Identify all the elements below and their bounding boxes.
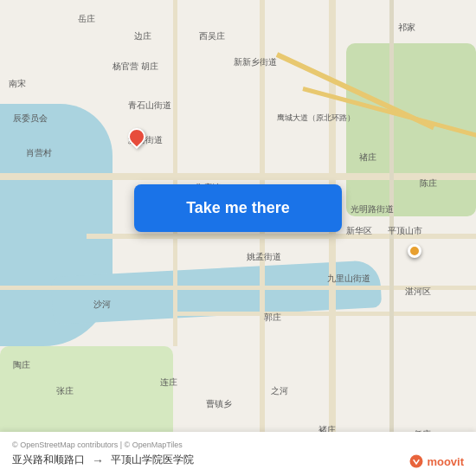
label-shahe: 沙河 (93, 299, 111, 311)
route-destination: 平顶山学院医学院 (111, 453, 194, 467)
label-yangguan: 杨官营 胡庄 (113, 61, 158, 73)
take-me-there-button[interactable]: Take me there (134, 184, 342, 232)
road-horizontal-4 (173, 312, 476, 316)
route-arrow-icon: → (92, 453, 104, 467)
svg-point-0 (410, 455, 423, 468)
road-vertical-2 (260, 0, 265, 476)
label-zhangzhuang: 张庄 (56, 385, 74, 397)
copyright-text: © OpenStreetMap contributors | © OpenMap… (12, 441, 464, 449)
pin-circle (125, 125, 149, 149)
label-qijia: 祁家 (398, 22, 415, 34)
label-xinxinxiang: 新新乡街道 (234, 56, 277, 68)
label-caozhenxiang: 曹镇乡 (206, 398, 232, 410)
road-vertical-4 (389, 0, 394, 476)
destination-dot (408, 244, 421, 258)
label-xinhuaqu: 新华区 (346, 225, 372, 237)
moovit-logo: moovit (408, 453, 464, 469)
label-lianzhuang: 连庄 (160, 376, 177, 389)
label-pingdingshan: 平顶山市 (388, 225, 422, 237)
label-guangming: 光明路街道 (351, 203, 394, 215)
label-xiaoyingcun: 肖营村 (26, 147, 52, 159)
label-chuzhuang: 禇庄 (359, 151, 376, 164)
label-bianzhuang: 边庄 (134, 30, 151, 42)
take-me-there-label: Take me there (186, 199, 290, 217)
origin-pin (128, 128, 149, 154)
label-yingcheng: 鹰城大道（原北环路） (277, 113, 355, 124)
moovit-logo-icon (408, 453, 424, 469)
route-info: 亚兴路和顺路口 → 平顶山学院医学院 moovit (12, 453, 464, 467)
label-chenzhuang: 陈庄 (420, 177, 437, 190)
label-guozhuang: 郭庄 (264, 312, 281, 324)
label-yuezhuang: 岳庄 (78, 13, 95, 25)
label-qingshishan: 青石山街道 (128, 100, 171, 112)
label-nansong: 南宋 (9, 78, 26, 90)
label-taozhuang: 陶庄 (13, 359, 30, 371)
route-origin: 亚兴路和顺路口 (12, 453, 85, 467)
label-xiwuzhuang: 西吴庄 (199, 30, 225, 42)
road-vertical-1 (329, 0, 336, 476)
road-vertical-3 (173, 0, 177, 346)
bottom-bar: © OpenStreetMap contributors | © OpenMap… (0, 432, 476, 476)
label-weiyuanhui: 辰委员会 (13, 113, 48, 125)
label-yaomeng: 姚孟街道 (247, 251, 281, 263)
road-horizontal-1 (0, 173, 476, 180)
moovit-logo-text: moovit (427, 455, 464, 468)
label-jiulisan: 九里山街道 (327, 273, 370, 285)
label-zhanhequ: 湛河区 (405, 286, 431, 298)
map-container: 岳庄 边庄 西吴庄 祁家 南宋 杨官营 胡庄 新新乡街道 辰委员会 青石山街道 … (0, 0, 476, 476)
label-zhihe: 之河 (271, 385, 288, 397)
